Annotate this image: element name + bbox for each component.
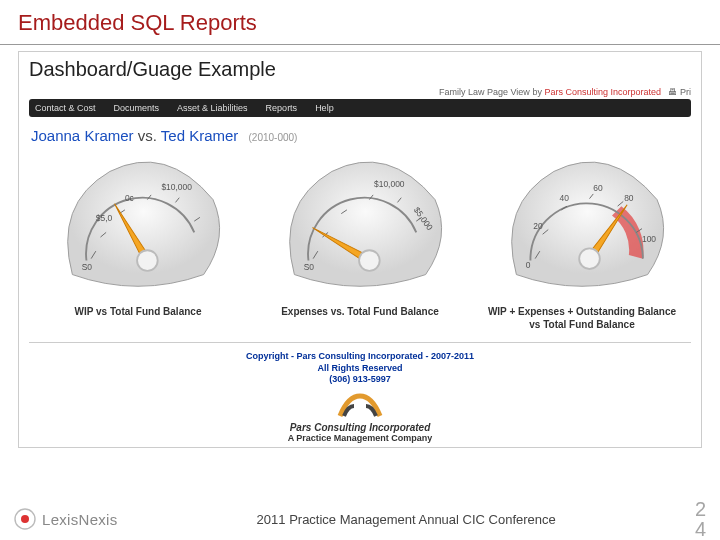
gauge-combined: 0 20 40 60 80 100 WIP + Expenses + Outst… bbox=[482, 148, 682, 332]
gauge2-tick-0: S0 bbox=[304, 262, 315, 272]
gauge-expenses-svg: S0 $10,000 $5,000 bbox=[265, 148, 455, 298]
pars-logo-icon bbox=[334, 392, 386, 420]
lexisnexis-logo: LexisNexis bbox=[14, 508, 118, 530]
print-link[interactable]: Pri bbox=[680, 87, 691, 97]
slide-title: Embedded SQL Reports bbox=[0, 0, 720, 40]
copyright-phone: (306) 913-5997 bbox=[29, 374, 691, 386]
divider bbox=[0, 44, 720, 45]
gauge3-tick-3: 60 bbox=[593, 183, 603, 193]
nav-reports[interactable]: Reports bbox=[266, 103, 298, 113]
lexisnexis-icon bbox=[14, 508, 36, 530]
gauge1-tick-0: S0 bbox=[82, 262, 93, 272]
gauge-row: S0 $5,0 0c $10,000 WIP vs Total Fund Bal… bbox=[19, 148, 701, 336]
gauge1-tick-3: $10,000 bbox=[161, 182, 192, 192]
gauge2-tick-2: $10,000 bbox=[374, 179, 405, 189]
copyright-line1: Copyright - Pars Consulting Incorporated… bbox=[29, 351, 691, 363]
pars-logo-line1: Pars Consulting Incorporated bbox=[285, 422, 435, 433]
gauge-combined-caption: WIP + Expenses + Outstanding Balance vs … bbox=[482, 306, 682, 332]
copyright-block: Copyright - Pars Consulting Incorporated… bbox=[29, 342, 691, 447]
pars-logo-line2: A Practice Management Company bbox=[285, 433, 435, 443]
case-party-a: Joanna Kramer bbox=[31, 127, 134, 144]
nav-contact-cost[interactable]: Contact & Cost bbox=[35, 103, 96, 113]
case-number: (2010-000) bbox=[249, 132, 298, 143]
gauge3-tick-0: 0 bbox=[526, 260, 531, 270]
gauge3-tick-2: 40 bbox=[560, 193, 570, 203]
breadcrumb-label: Family Law Page View bbox=[439, 87, 530, 97]
nav-help[interactable]: Help bbox=[315, 103, 334, 113]
svg-point-23 bbox=[579, 248, 600, 269]
page-number-bottom: 4 bbox=[695, 519, 706, 539]
footer-conference: 2011 Practice Management Annual CIC Conf… bbox=[257, 512, 556, 527]
gauge-wip-caption: WIP vs Total Fund Balance bbox=[38, 306, 238, 332]
breadcrumb-by: by bbox=[532, 87, 542, 97]
nav-documents[interactable]: Documents bbox=[114, 103, 160, 113]
page-number-top: 2 bbox=[695, 499, 706, 519]
svg-point-7 bbox=[137, 250, 158, 271]
slide-subtitle: Dashboard/Guage Example bbox=[19, 52, 701, 85]
gauge1-tick-2: 0c bbox=[125, 193, 134, 203]
slide: Embedded SQL Reports Dashboard/Guage Exa… bbox=[0, 0, 720, 540]
gauge3-tick-4: 80 bbox=[624, 193, 634, 203]
gauge1-tick-1: $5,0 bbox=[96, 213, 113, 223]
svg-point-25 bbox=[21, 515, 29, 523]
lexisnexis-text: LexisNexis bbox=[42, 511, 118, 528]
nav-asset-liabilities[interactable]: Asset & Liabilities bbox=[177, 103, 248, 113]
gauge-wip: S0 $5,0 0c $10,000 WIP vs Total Fund Bal… bbox=[38, 148, 238, 332]
gauge-combined-svg: 0 20 40 60 80 100 bbox=[487, 148, 677, 298]
gauge3-tick-1: 20 bbox=[533, 221, 543, 231]
slide-footer: LexisNexis 2011 Practice Management Annu… bbox=[0, 498, 720, 540]
copyright-line2: All Rights Reserved bbox=[29, 363, 691, 375]
gauge-expenses-caption: Expenses vs. Total Fund Balance bbox=[260, 306, 460, 332]
case-party-b: Ted Kramer bbox=[161, 127, 239, 144]
breadcrumb-text: Family Law Page View by Pars Consulting … bbox=[439, 87, 691, 97]
breadcrumb: Family Law Page View by Pars Consulting … bbox=[19, 85, 701, 97]
gauge-wip-svg: S0 $5,0 0c $10,000 bbox=[43, 148, 233, 298]
page-number: 2 4 bbox=[695, 499, 706, 539]
gauge-expenses: S0 $10,000 $5,000 Expenses vs. Total Fun… bbox=[260, 148, 460, 332]
case-title: Joanna Kramer vs. Ted Kramer (2010-000) bbox=[19, 117, 701, 148]
breadcrumb-company: Pars Consulting Incorporated bbox=[544, 87, 661, 97]
svg-point-15 bbox=[359, 250, 380, 271]
navbar: Contact & Cost Documents Asset & Liabili… bbox=[29, 99, 691, 117]
case-vs: vs. bbox=[138, 127, 157, 144]
pars-logo: Pars Consulting Incorporated A Practice … bbox=[285, 392, 435, 443]
screenshot-embed: Dashboard/Guage Example Family Law Page … bbox=[18, 51, 702, 448]
gauge3-tick-5: 100 bbox=[642, 234, 656, 244]
